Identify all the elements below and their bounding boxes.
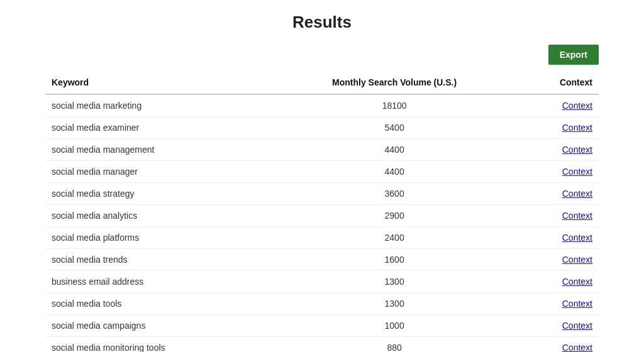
table-row: social media examiner5400Context: [45, 117, 599, 139]
cell-context: Context: [518, 205, 599, 227]
table-row: social media monitoring tools880Context: [45, 337, 599, 353]
cell-context: Context: [518, 139, 599, 161]
cell-context: Context: [518, 337, 599, 353]
cell-keyword: social media examiner: [45, 117, 272, 139]
cell-context: Context: [518, 293, 599, 315]
cell-context: Context: [518, 161, 599, 183]
cell-volume: 18100: [272, 94, 518, 117]
context-link[interactable]: Context: [562, 101, 592, 111]
context-link[interactable]: Context: [562, 167, 592, 177]
cell-keyword: social media marketing: [45, 94, 272, 117]
table-row: social media analytics2900Context: [45, 205, 599, 227]
cell-keyword: social media manager: [45, 161, 272, 183]
table-body: social media marketing18100Contextsocial…: [45, 94, 599, 352]
context-link[interactable]: Context: [562, 189, 592, 199]
cell-keyword: business email address: [45, 271, 272, 293]
context-link[interactable]: Context: [562, 277, 592, 287]
context-link[interactable]: Context: [562, 299, 592, 309]
cell-context: Context: [518, 94, 599, 117]
cell-volume: 2900: [272, 205, 518, 227]
cell-volume: 1300: [272, 293, 518, 315]
cell-context: Context: [518, 271, 599, 293]
header-keyword: Keyword: [45, 72, 272, 94]
cell-volume: 3600: [272, 183, 518, 205]
cell-context: Context: [518, 249, 599, 271]
context-link[interactable]: Context: [562, 343, 592, 352]
cell-context: Context: [518, 183, 599, 205]
cell-volume: 2400: [272, 227, 518, 249]
context-link[interactable]: Context: [562, 321, 592, 331]
cell-volume: 4400: [272, 139, 518, 161]
context-link[interactable]: Context: [562, 233, 592, 243]
cell-context: Context: [518, 315, 599, 337]
cell-keyword: social media monitoring tools: [45, 337, 272, 353]
context-link[interactable]: Context: [562, 123, 592, 133]
context-link[interactable]: Context: [562, 255, 592, 265]
toolbar: Export: [45, 45, 599, 65]
cell-volume: 5400: [272, 117, 518, 139]
table-row: social media tools1300Context: [45, 293, 599, 315]
cell-volume: 1000: [272, 315, 518, 337]
cell-keyword: social media campaigns: [45, 315, 272, 337]
cell-volume: 4400: [272, 161, 518, 183]
table-row: business email address1300Context: [45, 271, 599, 293]
table-row: social media marketing18100Context: [45, 94, 599, 117]
cell-keyword: social media trends: [45, 249, 272, 271]
table-row: social media management4400Context: [45, 139, 599, 161]
cell-keyword: social media management: [45, 139, 272, 161]
cell-keyword: social media analytics: [45, 205, 272, 227]
context-link[interactable]: Context: [562, 211, 592, 221]
header-row: Keyword Monthly Search Volume (U.S.) Con…: [45, 72, 599, 94]
cell-volume: 1300: [272, 271, 518, 293]
table-row: social media campaigns1000Context: [45, 315, 599, 337]
page-container: Results Export Keyword Monthly Search Vo…: [20, 0, 624, 352]
cell-context: Context: [518, 227, 599, 249]
cell-volume: 880: [272, 337, 518, 353]
export-button[interactable]: Export: [548, 45, 599, 65]
header-context: Context: [518, 72, 599, 94]
page-title: Results: [45, 13, 599, 32]
header-volume: Monthly Search Volume (U.S.): [272, 72, 518, 94]
table-row: social media strategy3600Context: [45, 183, 599, 205]
cell-keyword: social media platforms: [45, 227, 272, 249]
cell-context: Context: [518, 117, 599, 139]
table-row: social media manager4400Context: [45, 161, 599, 183]
table-header: Keyword Monthly Search Volume (U.S.) Con…: [45, 72, 599, 94]
table-row: social media platforms2400Context: [45, 227, 599, 249]
table-row: social media trends1600Context: [45, 249, 599, 271]
cell-volume: 1600: [272, 249, 518, 271]
context-link[interactable]: Context: [562, 145, 592, 155]
cell-keyword: social media tools: [45, 293, 272, 315]
results-table: Keyword Monthly Search Volume (U.S.) Con…: [45, 72, 599, 352]
cell-keyword: social media strategy: [45, 183, 272, 205]
